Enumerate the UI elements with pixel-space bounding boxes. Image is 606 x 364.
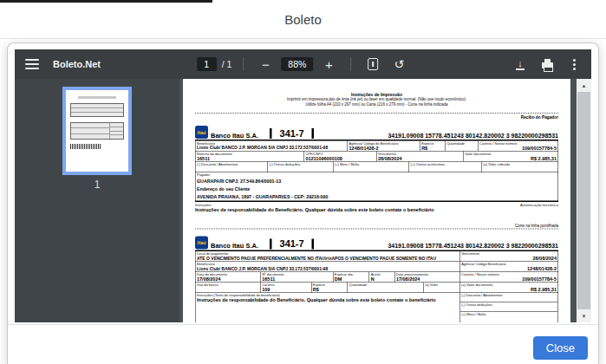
carteira-value: 109/00157784-5 (461, 276, 557, 282)
numero-documento-value: 16511 (262, 276, 331, 282)
scroll-down-arrow[interactable]: ▼ (577, 309, 591, 322)
outras-deducoes-label: (-) Outras deduções (461, 303, 557, 308)
mora-multa-label: (+) Mora / Multa (335, 162, 407, 166)
agencia-value: 1248/01428-2 (461, 266, 557, 271)
bank-name: Banco Itaú S.A. (211, 132, 258, 139)
beneficiario-cell: Beneficiário Lions Club/ BANCO J.P. MORG… (196, 262, 460, 272)
quantidade-label: Quantidade (349, 283, 422, 288)
thumbnail-page-number: 1 (94, 179, 101, 191)
mora-multa-label: (+) Mora / Multa (461, 313, 557, 317)
uso-banco-cell: Uso do banco (196, 283, 261, 293)
fit-page-button[interactable] (362, 53, 383, 75)
bank-code: 341-7 (270, 128, 314, 139)
outros-acrescimos-cell: (+) Outros acréscimos (409, 162, 482, 172)
viewer-body: 1 Instruções de Impressão Imprimir em im… (15, 79, 591, 322)
outras-deducoes-label: (-) Outras deduções (270, 162, 332, 166)
pdf-main-area: Instruções de Impressão Imprimir em impr… (179, 79, 591, 322)
toolbar-center-group: 1 / 1 − 88% + ↺ (197, 53, 410, 75)
page-title: Boleto (284, 12, 322, 27)
scrollbar-thumb[interactable] (577, 92, 590, 309)
toolbar-divider (350, 57, 351, 71)
especie-doc-value: DM (335, 276, 368, 282)
valor-cell: (x) Valor (424, 283, 460, 293)
boleto-row: Beneficiário Lions Club/ BANCO J.P. MORG… (195, 141, 558, 152)
especie-value: R$ (421, 146, 444, 151)
desconto-cell: (-) Desconto / Abatimentos (460, 293, 558, 302)
viewer-title: Boleto.Net (53, 59, 101, 69)
cpf-cnpj-cell: CPF/CNPJ 01211096000108 (304, 152, 377, 162)
scroll-up-arrow[interactable]: ▲ (577, 79, 591, 92)
close-button[interactable]: Close (533, 336, 588, 360)
zoom-level[interactable]: 88% (281, 57, 313, 71)
cut-line (195, 113, 558, 114)
page-thumbnail[interactable] (66, 90, 128, 172)
instrucoes-text: Instruções de responsabilidade do Benefi… (197, 297, 459, 302)
pagador-name: GUARAPARI CNPJ: 27.549.864/0001-13 (197, 179, 281, 184)
print-instructions-line: Utilize folha A4 (210 x 297 mm) ou Carta… (195, 102, 558, 107)
aceite-value: N (371, 276, 394, 282)
rotate-button[interactable]: ↺ (388, 53, 409, 75)
digitable-line: 34191.09008 15778.451243 80142.820002 3 … (388, 132, 558, 139)
zoom-out-button[interactable]: − (255, 53, 276, 75)
thumbnail-art (70, 103, 124, 117)
boleto-modal: Boleto.Net 1 / 1 − 88% + ↺ ↓ (7, 42, 599, 364)
sidebar-toggle-button[interactable] (22, 53, 42, 75)
more-options-button[interactable] (564, 53, 584, 75)
agencia-cell: Agência/ Código Beneficiário 1248/01428-… (460, 262, 558, 272)
aceite-cell: Aceite N (369, 272, 394, 283)
zoom-in-button[interactable]: + (318, 53, 339, 75)
hamburger-icon (25, 59, 39, 69)
cpf-cnpj-value: 01211096000108 (305, 156, 375, 161)
pagador-address-line: Endereço do seu Cliente (197, 186, 250, 192)
valor-documento-value: R$ 2.985,31 (461, 287, 557, 292)
print-instructions: Instruções de Impressão Imprimir em impr… (195, 92, 558, 107)
agencia-value: 1248/01428-2 (349, 146, 419, 151)
quantidade-label: Quantidade (446, 141, 476, 146)
carteira2-cell: Carteira 109 (261, 283, 312, 293)
pdf-toolbar: Boleto.Net 1 / 1 − 88% + ↺ ↓ (15, 49, 591, 79)
carteira2-value: 109 (262, 287, 310, 292)
print-icon (542, 62, 553, 68)
vencimento-value: 28/08/2024 (378, 156, 462, 161)
data-processamento-cell: Data processamento 17/08/2024 (394, 272, 459, 283)
page-count-label: / 1 (222, 59, 232, 69)
outras-deducoes-cell: (-) Outras deduções (460, 302, 558, 312)
rotate-icon: ↺ (394, 57, 404, 71)
vencimento-value: 28/08/2024 (461, 256, 557, 261)
pagador-label: Pagador (197, 173, 557, 178)
valor-label: (x) Valor (425, 283, 458, 288)
desconto-label: (-) Desconto / Abatimentos (461, 294, 557, 298)
pagador-address-line: AVENIDA PRAIANA, 1897 - GUARAPARI/ES - C… (197, 194, 328, 199)
valor-cobrado-cell: (=) Valor cobrado (482, 162, 558, 172)
carteira-cell: Carteira / Nosso número 109/00157784-5 (479, 141, 558, 152)
outras-deducoes-cell: (-) Outras deduções (268, 162, 333, 172)
mora-multa-cell: (+) Mora / Multa (460, 312, 558, 322)
bank-code: 341-7 (270, 239, 314, 250)
download-button[interactable]: ↓ (510, 53, 531, 75)
thumbnail-art (70, 122, 124, 140)
page-number-input[interactable]: 1 (197, 57, 217, 71)
numero-documento-value: 16511 (197, 156, 303, 161)
pdf-page: Instruções de Impressão Imprimir em impr… (183, 79, 570, 322)
valor-cobrado-label: (=) Valor cobrado (483, 162, 557, 166)
itau-logo: Itaú (195, 237, 208, 250)
vencimento-cell: Vencimento 28/08/2024 (376, 152, 463, 162)
boleto-row: Número do documento 16511 CPF/CNPJ 01211… (195, 152, 558, 162)
instrucoes-row: Instruções Instruções de responsabilidad… (195, 202, 558, 218)
pdf-viewer: Boleto.Net 1 / 1 − 88% + ↺ ↓ (15, 49, 591, 322)
pagador-row: Pagador GUARAPARI CNPJ: 27.549.864/0001-… (195, 172, 558, 202)
modal-footer: Close (8, 324, 598, 364)
bank-header-row: Itaú Banco Itaú S.A. 341-7 34191.09008 1… (195, 237, 558, 252)
kebab-menu-icon (573, 59, 576, 70)
recibo-do-pagador-label: Recibo do Pagador (195, 115, 558, 120)
viewer-scrollbar[interactable]: ▲ ▼ (577, 79, 591, 322)
boleto-row: Beneficiário Lions Club/ BANCO J.P. MORG… (195, 262, 558, 272)
valor-documento-value: R$ 2.985,31 (465, 156, 557, 161)
boleto-row: Uso do banco Carteira 109 Espécie R$ (195, 283, 558, 293)
outros-acrescimos-label: (+) Outros acréscimos (411, 162, 480, 166)
thumbnail-art (78, 96, 116, 99)
mora-multa-cell: (+) Mora / Multa (333, 162, 409, 172)
pagador-cell: Pagador GUARAPARI CNPJ: 27.549.864/0001-… (196, 172, 558, 201)
carteira-cell: Carteira / Nosso número 109/00157784-5 (460, 272, 558, 283)
print-button[interactable] (537, 53, 557, 75)
